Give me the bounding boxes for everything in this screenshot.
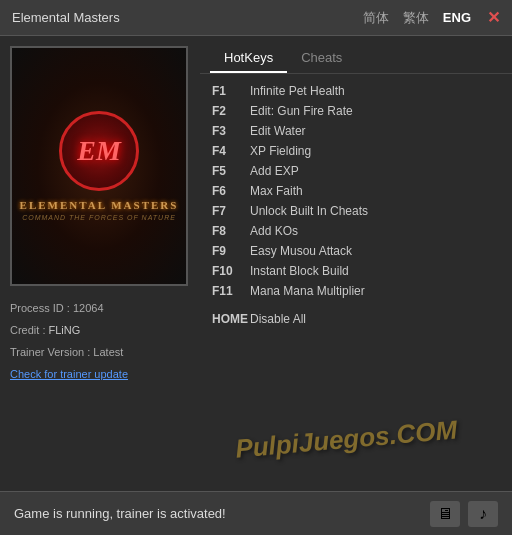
hotkey-key: F2 [212,104,250,118]
hotkey-row: F5Add EXP [212,164,500,178]
right-panel: HotKeys Cheats F1Infinite Pet HealthF2Ed… [200,36,512,491]
hotkey-key: F8 [212,224,250,238]
hotkey-description: Max Faith [250,184,303,198]
hotkey-row: F6Max Faith [212,184,500,198]
hotkey-row: F4XP Fielding [212,144,500,158]
hotkey-row: F2Edit: Gun Fire Rate [212,104,500,118]
hotkey-description: Infinite Pet Health [250,84,345,98]
game-image-background: EM ELEMENTAL MASTERS COMMAND THE FORCES … [12,48,186,284]
hotkey-description: XP Fielding [250,144,311,158]
status-message: Game is running, trainer is activated! [14,506,226,521]
hotkey-key: F3 [212,124,250,138]
language-selector: 简体 繁体 ENG ✕ [359,7,500,29]
hotkey-description: Edit Water [250,124,306,138]
hotkey-description: Add KOs [250,224,298,238]
music-icon-button[interactable]: ♪ [468,501,498,527]
hotkey-row: F9Easy Musou Attack [212,244,500,258]
lang-simplified-chinese[interactable]: 简体 [359,7,393,29]
tab-bar: HotKeys Cheats [200,44,512,74]
logo-letters: EM [77,135,121,167]
hotkey-key: F11 [212,284,250,298]
hotkey-key: F9 [212,244,250,258]
hotkey-row: F11Mana Mana Multiplier [212,284,500,298]
home-section: HOME Disable All [212,312,500,326]
credit-label: Credit : FLiNG [10,324,190,336]
game-logo: EM [59,111,139,191]
trainer-update-link[interactable]: Check for trainer update [10,368,190,380]
app-title: Elemental Masters [12,10,120,25]
status-bar: Game is running, trainer is activated! 🖥… [0,491,512,535]
hotkeys-panel: F1Infinite Pet HealthF2Edit: Gun Fire Ra… [200,74,512,491]
main-content: EM ELEMENTAL MASTERS COMMAND THE FORCES … [0,36,512,491]
music-icon: ♪ [479,505,487,523]
hotkey-key: F7 [212,204,250,218]
hotkey-description: Easy Musou Attack [250,244,352,258]
status-icons: 🖥 ♪ [430,501,498,527]
process-info: Process ID : 12064 Credit : FLiNG Traine… [10,302,190,380]
hotkey-description: Mana Mana Multiplier [250,284,365,298]
hotkey-description: Add EXP [250,164,299,178]
trainer-version-label: Trainer Version : Latest [10,346,190,358]
hotkey-row: F1Infinite Pet Health [212,84,500,98]
hotkey-description: Unlock Built In Cheats [250,204,368,218]
home-hotkey-row: HOME Disable All [212,312,500,326]
home-key-description: Disable All [250,312,306,326]
hotkey-key: F5 [212,164,250,178]
hotkey-description: Edit: Gun Fire Rate [250,104,353,118]
hotkey-description: Instant Block Build [250,264,349,278]
home-key: HOME [212,312,250,326]
process-id-label: Process ID : 12064 [10,302,190,314]
hotkey-row: F7Unlock Built In Cheats [212,204,500,218]
close-button[interactable]: ✕ [487,8,500,27]
title-bar: Elemental Masters 简体 繁体 ENG ✕ [0,0,512,36]
game-image: EM ELEMENTAL MASTERS COMMAND THE FORCES … [10,46,188,286]
monitor-icon-button[interactable]: 🖥 [430,501,460,527]
hotkey-key: F4 [212,144,250,158]
hotkey-row: F10Instant Block Build [212,264,500,278]
tab-cheats[interactable]: Cheats [287,44,356,73]
lang-english[interactable]: ENG [439,8,475,27]
monitor-icon: 🖥 [437,505,453,523]
credit-value: FLiNG [49,324,81,336]
hotkey-key: F1 [212,84,250,98]
hotkey-row: F3Edit Water [212,124,500,138]
hotkey-key: F10 [212,264,250,278]
left-panel: EM ELEMENTAL MASTERS COMMAND THE FORCES … [0,36,200,491]
game-title-image: ELEMENTAL MASTERS [20,199,179,211]
hotkey-key: F6 [212,184,250,198]
tab-hotkeys[interactable]: HotKeys [210,44,287,73]
game-subtitle-image: COMMAND THE FORCES OF NATURE [22,214,176,221]
lang-traditional-chinese[interactable]: 繁体 [399,7,433,29]
hotkey-row: F8Add KOs [212,224,500,238]
